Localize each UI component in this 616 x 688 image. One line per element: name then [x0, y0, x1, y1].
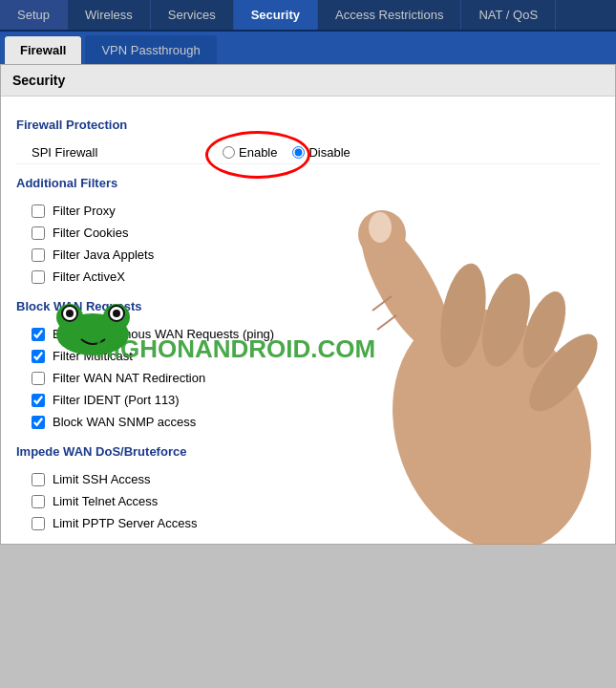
top-nav: Setup Wireless Services Security Access … [0, 0, 616, 32]
disable-label: Disable [308, 145, 350, 160]
spi-firewall-label: SPI Firewall [32, 145, 223, 160]
filter-activex-row: Filter ActiveX [16, 266, 600, 288]
limit-ssh-label: Limit SSH Access [53, 472, 151, 486]
block-anon-wan-row: Block Anonymous WAN Requests (ping) [16, 323, 600, 345]
filter-wan-nat-checkbox[interactable] [32, 372, 45, 385]
block-wan-snmp-row: Block WAN SNMP access [16, 411, 600, 433]
content-body: Firewall Protection SPI Firewall Enable … [1, 97, 615, 544]
disable-option[interactable]: Disable [292, 145, 350, 160]
filter-proxy-checkbox[interactable] [32, 204, 45, 218]
limit-ssh-checkbox[interactable] [32, 473, 45, 486]
block-wan-title: Block WAN Requests [16, 299, 600, 315]
filter-activex-checkbox[interactable] [32, 270, 45, 284]
tab-nat-qos[interactable]: NAT / QoS [461, 0, 556, 30]
filter-activex-label: Filter ActiveX [53, 269, 125, 284]
block-wan-snmp-label: Block WAN SNMP access [53, 415, 196, 429]
impede-wan-title: Impede WAN DoS/Bruteforce [16, 444, 600, 461]
filter-ident-checkbox[interactable] [32, 394, 45, 407]
enable-radio[interactable] [223, 146, 235, 159]
filter-proxy-row: Filter Proxy [16, 200, 600, 222]
filter-java-checkbox[interactable] [32, 248, 45, 262]
disable-radio[interactable] [292, 146, 305, 159]
firewall-protection-title: Firewall Protection [16, 118, 600, 134]
filter-cookies-checkbox[interactable] [32, 226, 45, 240]
tab-vpn-passthrough[interactable]: VPN Passthrough [85, 35, 216, 64]
tab-access-restrictions[interactable]: Access Restrictions [318, 0, 461, 30]
block-wan-snmp-checkbox[interactable] [32, 416, 45, 429]
limit-telnet-row: Limit Telnet Access [16, 490, 600, 512]
tab-wireless[interactable]: Wireless [68, 0, 151, 30]
content-area: Security Firewall Protection SPI Firewal… [0, 64, 616, 545]
block-anon-wan-label: Block Anonymous WAN Requests (ping) [53, 327, 274, 341]
filter-multicast-label: Filter Multicast [53, 349, 133, 363]
enable-label: Enable [239, 145, 277, 160]
filter-ident-row: Filter IDENT (Port 113) [16, 389, 600, 411]
filter-proxy-label: Filter Proxy [53, 204, 116, 218]
limit-pptp-label: Limit PPTP Server Access [53, 516, 197, 530]
tab-firewall[interactable]: Firewall [4, 35, 82, 64]
tab-security[interactable]: Security [234, 0, 318, 30]
filter-java-label: Filter Java Applets [53, 247, 154, 262]
limit-telnet-checkbox[interactable] [32, 495, 45, 508]
sub-nav: Firewall VPN Passthrough [0, 32, 616, 64]
filter-cookies-label: Filter Cookies [53, 226, 128, 240]
limit-pptp-checkbox[interactable] [32, 517, 45, 530]
additional-filters-title: Additional Filters [16, 176, 600, 192]
limit-telnet-label: Limit Telnet Access [53, 494, 158, 508]
enable-option[interactable]: Enable [223, 145, 277, 160]
filter-multicast-row: Filter Multicast [16, 345, 600, 367]
spi-firewall-row: SPI Firewall Enable Disable [16, 141, 600, 164]
filter-wan-nat-row: Filter WAN NAT Redirection [16, 367, 600, 389]
filter-ident-label: Filter IDENT (Port 113) [53, 393, 180, 407]
page-wrapper: Setup Wireless Services Security Access … [0, 0, 616, 545]
tab-services[interactable]: Services [151, 0, 234, 30]
block-anon-wan-checkbox[interactable] [32, 328, 45, 341]
filter-multicast-checkbox[interactable] [32, 350, 45, 363]
tab-setup[interactable]: Setup [0, 0, 68, 30]
limit-ssh-row: Limit SSH Access [16, 468, 600, 490]
filter-cookies-row: Filter Cookies [16, 222, 600, 244]
limit-pptp-row: Limit PPTP Server Access [16, 512, 600, 534]
filter-java-row: Filter Java Applets [16, 244, 600, 266]
filter-wan-nat-label: Filter WAN NAT Redirection [53, 371, 205, 385]
spi-firewall-radio-group: Enable Disable [223, 145, 350, 160]
section-header: Security [1, 65, 615, 97]
